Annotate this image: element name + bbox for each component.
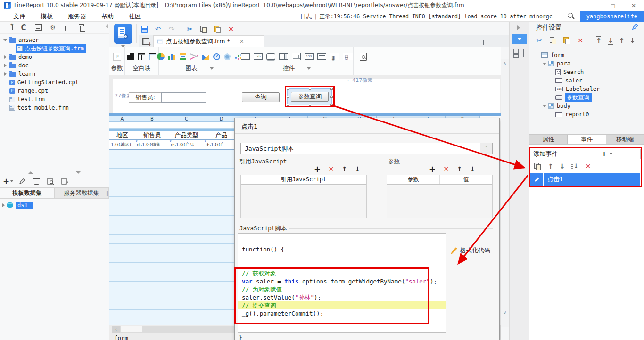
event-type-dropdown[interactable]: JavaScript脚本 ˅ xyxy=(240,143,493,154)
report-block-icon[interactable] xyxy=(127,53,134,60)
sort-events-icon[interactable] xyxy=(571,163,578,170)
sheet-cell[interactable] xyxy=(109,159,135,169)
sheet-cell[interactable]: 产品类型 xyxy=(169,131,204,140)
code-line[interactable]: var saler = this.options.form.getWidgetB… xyxy=(238,277,446,285)
refresh-icon[interactable]: C xyxy=(19,24,28,32)
move-to-top-icon[interactable]: ↑ xyxy=(595,37,602,44)
panel-splitter[interactable] xyxy=(0,170,109,175)
copy-file-icon[interactable] xyxy=(78,24,86,32)
textarea-widget-icon[interactable] xyxy=(317,53,326,60)
sheet-cell[interactable] xyxy=(169,291,204,300)
file-tree-item[interactable]: Prange.cpt xyxy=(0,87,109,95)
add-event-button[interactable]: + xyxy=(573,149,641,159)
move-to-bottom-icon[interactable]: ↓ xyxy=(607,37,614,44)
copy-event-icon[interactable] xyxy=(533,162,542,170)
sheet-cell[interactable] xyxy=(109,310,135,319)
expand-caret-icon[interactable] xyxy=(541,105,547,107)
ref-js-table-body[interactable] xyxy=(241,186,366,218)
move-down-icon[interactable]: ↓ xyxy=(630,37,636,44)
dataset-item[interactable]: ds1 xyxy=(0,201,109,210)
widget-tree-item[interactable]: saler xyxy=(529,76,644,85)
scroll-down-icon[interactable]: ∨ xyxy=(503,310,506,315)
sheet-cell[interactable] xyxy=(135,300,169,310)
sheet-cell[interactable] xyxy=(169,197,204,206)
edit-widget-icon[interactable] xyxy=(631,24,638,32)
minimize-button[interactable]: – xyxy=(582,0,603,11)
sheet-cell[interactable] xyxy=(169,216,204,225)
label-widget-icon[interactable] xyxy=(254,53,263,60)
copy-icon[interactable] xyxy=(199,24,208,34)
sheet-cell[interactable] xyxy=(169,178,204,187)
expand-caret-icon[interactable] xyxy=(2,64,8,67)
column-header[interactable]: D xyxy=(204,116,239,122)
file-tree-item[interactable]: 点击按钮参数查询.frm xyxy=(0,44,109,53)
file-tree-item[interactable]: learn xyxy=(0,70,109,78)
sheet-cell[interactable] xyxy=(109,169,135,178)
column-header[interactable]: B xyxy=(135,116,169,122)
menu-item[interactable]: 帮助 xyxy=(94,12,121,21)
undo-icon[interactable]: ↶ xyxy=(153,24,163,34)
file-tree-item[interactable]: test.frm xyxy=(0,95,109,104)
cut-widget-icon[interactable]: ✂ xyxy=(535,36,544,45)
sheet-cell[interactable] xyxy=(135,291,169,300)
widget-tree-item[interactable]: labLabelsaler xyxy=(529,85,644,93)
widget-tree-item[interactable]: report0 xyxy=(529,110,644,119)
split-block-icon[interactable] xyxy=(138,53,145,60)
datepicker-widget-icon[interactable] xyxy=(292,53,301,60)
radar-chart-icon[interactable] xyxy=(224,53,231,60)
sheet-cell[interactable] xyxy=(135,178,169,187)
sheet-cell[interactable] xyxy=(169,169,204,178)
add-dataset-icon[interactable]: + xyxy=(4,177,12,186)
sheet-cell[interactable] xyxy=(135,253,169,263)
sheet-cell[interactable] xyxy=(204,319,239,325)
sheet-cell[interactable] xyxy=(204,178,239,187)
sheet-cell[interactable] xyxy=(169,244,204,253)
search-icon[interactable] xyxy=(566,11,576,22)
cut-icon[interactable]: ✂ xyxy=(185,24,195,34)
sheet-cell[interactable] xyxy=(109,197,135,206)
sheet-cell[interactable] xyxy=(169,159,204,169)
widget-tree-item[interactable]: form xyxy=(529,51,644,59)
expand-caret-icon[interactable] xyxy=(2,72,8,76)
tab-server-datasets[interactable]: 服务器数据集 xyxy=(55,188,109,198)
move-up-param-icon[interactable]: ↑ xyxy=(457,165,462,173)
layout-toggle-icon[interactable] xyxy=(483,40,490,45)
sheet-cell[interactable]: ds1.G(销售▾ xyxy=(135,140,169,150)
sheet-cell[interactable] xyxy=(109,300,135,310)
sheet-cell[interactable] xyxy=(169,253,204,263)
delete-widget-icon[interactable]: ✕ xyxy=(576,36,585,45)
sheet-cell[interactable] xyxy=(204,282,239,291)
scroll-left-icon[interactable]: ‹ xyxy=(112,326,120,333)
widgets-dropdown-icon[interactable] xyxy=(307,67,311,70)
widget-tree-item[interactable]: body xyxy=(529,102,644,110)
sheet-cell[interactable] xyxy=(204,263,239,272)
param-table-body[interactable] xyxy=(387,186,492,218)
sheet-cell[interactable] xyxy=(109,272,135,282)
area-chart-icon[interactable] xyxy=(202,53,209,60)
parameter-pane-icon[interactable]: P xyxy=(113,53,121,61)
sheet-cell[interactable] xyxy=(204,187,239,197)
column-header[interactable]: C xyxy=(169,116,204,122)
sheet-cell[interactable] xyxy=(135,150,169,159)
sheet-cell[interactable] xyxy=(135,272,169,282)
combobox-widget-icon[interactable] xyxy=(279,53,288,60)
mobile-preview-icon[interactable] xyxy=(360,53,367,61)
sheet-cell[interactable] xyxy=(204,197,239,206)
sheet-cell[interactable] xyxy=(169,263,204,272)
dropdown-chevron-icon[interactable]: ˅ xyxy=(480,143,492,154)
form-breadcrumb-label[interactable]: form xyxy=(114,334,128,340)
save-icon[interactable] xyxy=(140,24,149,34)
sheet-cell[interactable] xyxy=(204,310,239,319)
maximize-button[interactable]: ▢ xyxy=(603,0,623,11)
menu-item[interactable]: 服务器 xyxy=(60,12,94,21)
move-up-icon[interactable]: ↑ xyxy=(619,37,625,44)
file-tree-item[interactable]: test_mobile.frm xyxy=(0,104,109,112)
sheet-cell[interactable] xyxy=(135,310,169,319)
event-move-down-icon[interactable]: ↓ xyxy=(560,162,565,170)
widget-tree-item[interactable]: 参数查询 xyxy=(529,93,644,102)
sheet-cell[interactable] xyxy=(169,300,204,310)
component-library-icon[interactable] xyxy=(513,49,525,58)
sheet-cell[interactable]: 产品 xyxy=(204,131,239,140)
add-param-icon[interactable]: + xyxy=(429,164,436,174)
tab-close-icon[interactable]: × xyxy=(239,38,244,45)
